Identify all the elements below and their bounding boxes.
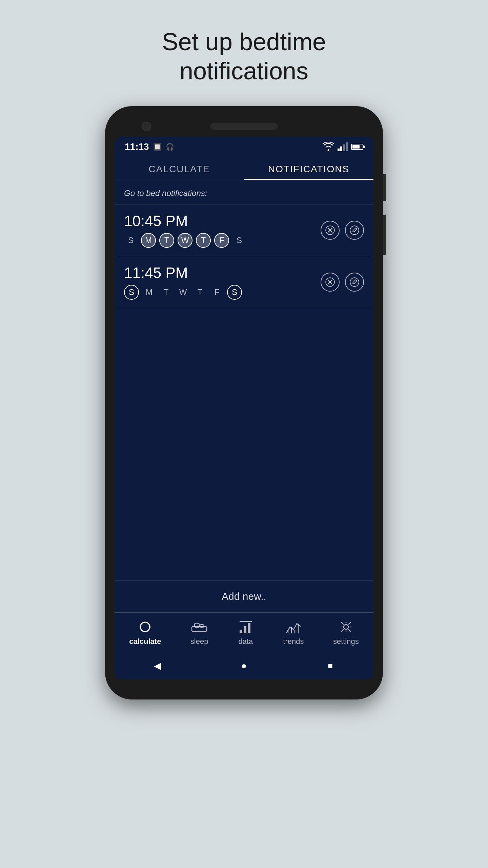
nav-item-settings[interactable]: settings <box>333 619 359 646</box>
nav-item-calculate[interactable]: calculate <box>129 619 161 646</box>
data-icon <box>238 619 254 634</box>
speaker <box>210 123 278 130</box>
system-recent-button[interactable]: ■ <box>322 657 339 674</box>
svg-rect-13 <box>200 625 204 627</box>
svg-rect-14 <box>240 630 242 633</box>
notif-2-day-W: W <box>176 288 190 297</box>
notif-1-day-S1: S <box>124 236 138 245</box>
battery-icon <box>351 144 363 150</box>
nav-data-label: data <box>238 637 253 646</box>
nav-item-sleep[interactable]: sleep <box>190 619 208 646</box>
nav-item-trends[interactable]: trends <box>283 619 304 646</box>
refresh-icon <box>137 619 153 634</box>
phone-screen: 11:13 🔲 🎧 <box>115 137 373 679</box>
svg-point-4 <box>350 226 359 235</box>
notif-1-edit-button[interactable] <box>345 221 364 240</box>
notif-1-day-T1[interactable]: T <box>159 233 174 248</box>
svg-point-0 <box>328 149 329 151</box>
tab-calculate[interactable]: CALCULATE <box>115 156 244 180</box>
notif-2-info: 11:45 PM S M T W T F S <box>124 264 242 300</box>
status-time: 11:13 <box>125 141 149 152</box>
wifi-icon <box>323 142 334 151</box>
svg-rect-11 <box>192 627 207 631</box>
status-bar: 11:13 🔲 🎧 <box>115 137 373 156</box>
phone-top-bezel <box>115 120 373 137</box>
notif-1-info: 10:45 PM S M T W T F S <box>124 213 246 248</box>
bottom-nav: calculate sleep <box>115 612 373 651</box>
notif-2-edit-button[interactable] <box>345 273 364 292</box>
notif-2-day-S2[interactable]: S <box>227 285 242 300</box>
svg-rect-16 <box>248 623 250 633</box>
empty-content <box>115 308 373 580</box>
front-camera-icon <box>142 122 151 131</box>
notif-1-day-W[interactable]: W <box>178 233 192 248</box>
headset-icon: 🎧 <box>166 143 174 151</box>
content-area: Go to bed notifications: 10:45 PM S M T … <box>115 180 373 612</box>
system-back-button[interactable]: ◀ <box>149 657 166 674</box>
notif-2-time: 11:45 PM <box>124 264 242 281</box>
add-new-button[interactable]: Add new.. <box>115 580 373 612</box>
nav-sleep-label: sleep <box>190 637 208 646</box>
nav-item-data[interactable]: data <box>238 619 254 646</box>
system-nav-bar: ◀ ● ■ <box>115 651 373 679</box>
notif-1-days: S M T W T F S <box>124 233 246 248</box>
phone-bottom-bezel <box>115 679 373 689</box>
signal-bars-icon <box>338 142 348 151</box>
svg-point-22 <box>344 625 348 629</box>
notification-item-2: 11:45 PM S M T W T F S <box>115 256 373 308</box>
notif-1-actions <box>321 221 364 240</box>
notif-1-time: 10:45 PM <box>124 213 246 230</box>
notif-2-day-F: F <box>210 288 224 297</box>
notif-2-delete-button[interactable] <box>321 273 340 292</box>
sleep-icon <box>191 619 207 634</box>
notif-1-day-T2[interactable]: T <box>196 233 211 248</box>
system-home-button[interactable]: ● <box>236 657 252 674</box>
notif-1-day-F[interactable]: F <box>214 233 229 248</box>
tab-bar: CALCULATE NOTIFICATIONS <box>115 156 373 180</box>
gear-icon <box>338 619 354 634</box>
notif-2-day-T1: T <box>159 288 173 297</box>
notif-1-day-M[interactable]: M <box>141 233 156 248</box>
svg-point-8 <box>350 278 359 287</box>
svg-rect-15 <box>244 626 246 633</box>
trends-icon <box>285 619 302 634</box>
notif-2-days: S M T W T F S <box>124 285 242 300</box>
notif-2-day-M: M <box>142 288 156 297</box>
sim-icon: 🔲 <box>153 143 162 151</box>
tab-notifications[interactable]: NOTIFICATIONS <box>244 156 373 180</box>
phone-shell: 11:13 🔲 🎧 <box>105 106 383 699</box>
nav-calculate-label: calculate <box>129 637 161 646</box>
page-title: Set up bedtime notifications <box>162 27 326 86</box>
notif-2-day-T2: T <box>193 288 207 297</box>
nav-settings-label: settings <box>333 637 359 646</box>
nav-trends-label: trends <box>283 637 304 646</box>
notification-item-1: 10:45 PM S M T W T F S <box>115 204 373 256</box>
notif-2-actions <box>321 273 364 292</box>
section-label: Go to bed notifications: <box>115 180 373 204</box>
notif-2-day-S1[interactable]: S <box>124 285 139 300</box>
notif-1-delete-button[interactable] <box>321 221 340 240</box>
notif-1-day-S2: S <box>232 236 246 245</box>
